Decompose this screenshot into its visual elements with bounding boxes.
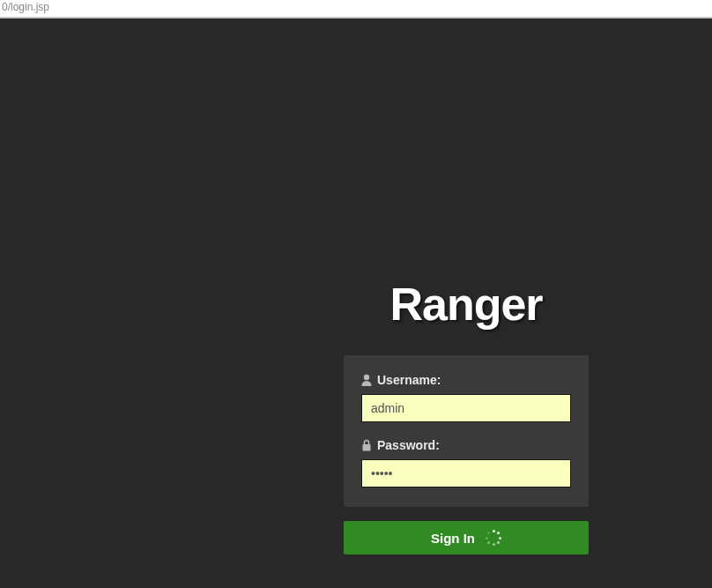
svg-point-0 xyxy=(364,375,369,380)
signin-button[interactable]: Sign In xyxy=(344,521,589,555)
username-label-row: Username: xyxy=(361,373,571,387)
loading-spinner-icon xyxy=(486,530,501,546)
user-icon xyxy=(361,374,372,386)
login-panel: Username: Password: xyxy=(344,355,589,507)
password-group: Password: xyxy=(361,438,571,488)
username-group: Username: xyxy=(361,373,571,422)
svg-rect-1 xyxy=(363,444,371,451)
username-label: Username: xyxy=(377,373,441,387)
lock-icon xyxy=(361,439,372,451)
password-input[interactable] xyxy=(361,459,571,488)
username-input[interactable] xyxy=(361,394,571,422)
browser-url-fragment: 0/login.jsp xyxy=(0,0,712,17)
signin-label: Sign In xyxy=(431,531,475,546)
app-viewport: Ranger Username: xyxy=(0,19,712,588)
password-label-row: Password: xyxy=(361,438,571,452)
password-label: Password: xyxy=(377,438,440,452)
brand-title: Ranger xyxy=(344,278,589,331)
